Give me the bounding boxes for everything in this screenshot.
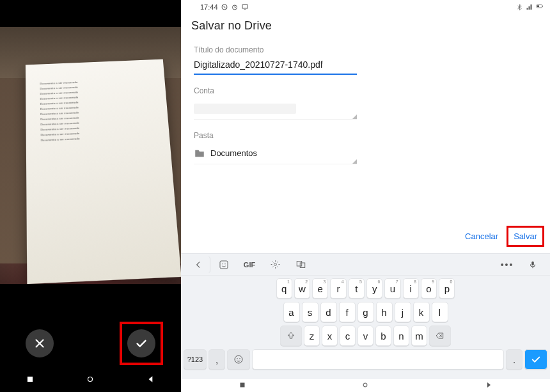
kb-key-e[interactable]: e3 <box>312 278 328 299</box>
kb-key-i[interactable]: i8 <box>403 278 419 299</box>
kb-key-s[interactable]: s <box>302 302 318 322</box>
back-button[interactable] <box>146 375 155 386</box>
kb-key-m[interactable]: m <box>411 325 427 346</box>
kb-key-j[interactable]: j <box>395 302 411 322</box>
kb-mic-button[interactable] <box>521 256 545 273</box>
scanned-paper: Documento a ser escaneado Documento a se… <box>26 59 181 284</box>
recents-button[interactable] <box>26 375 35 386</box>
kb-key-y[interactable]: y6 <box>366 278 382 299</box>
chevron-left-icon <box>194 260 203 269</box>
kb-settings-button[interactable] <box>263 256 287 273</box>
status-bar: 17:44 <box>181 0 550 14</box>
captured-photo: Documento a ser escaneado Documento a se… <box>0 27 181 284</box>
folder-label: Pasta <box>194 131 537 140</box>
android-navbar-left <box>0 369 181 392</box>
svg-point-11 <box>224 263 225 264</box>
svg-point-20 <box>363 383 367 387</box>
kb-key-l[interactable]: l <box>432 302 448 322</box>
close-icon <box>33 336 47 350</box>
kb-key-a[interactable]: a <box>283 302 300 322</box>
gear-icon <box>271 260 280 269</box>
kb-row-4: ?123 , . <box>184 349 547 370</box>
kb-key-h[interactable]: h <box>376 302 393 322</box>
dialog-actions: Cancelar Salvar <box>465 231 538 241</box>
highlight-confirm <box>120 322 163 365</box>
home-button[interactable] <box>86 375 95 386</box>
svg-rect-4 <box>242 5 248 9</box>
save-to-drive-screen: 17:44 Salvar no Drive Título do document… <box>181 0 550 392</box>
svg-point-18 <box>239 358 240 359</box>
android-navbar-right <box>181 379 550 392</box>
kb-enter-key[interactable] <box>524 349 547 370</box>
kb-key-r[interactable]: r4 <box>330 278 346 299</box>
kb-sticker-button[interactable] <box>212 256 236 273</box>
signal-icon <box>526 3 533 11</box>
home-button[interactable] <box>361 380 369 391</box>
cancel-capture-button[interactable] <box>26 329 54 357</box>
kb-shift-key[interactable] <box>280 325 302 346</box>
status-time: 17:44 <box>200 3 218 11</box>
dropdown-corner-icon <box>352 114 357 119</box>
cast-icon <box>241 3 249 11</box>
confirm-capture-button[interactable] <box>127 329 155 357</box>
kb-row-3: zxcvbnm <box>184 325 547 346</box>
svg-point-1 <box>88 377 93 382</box>
translate-icon <box>296 260 306 269</box>
dropdown-corner-icon <box>352 159 357 164</box>
kb-key-o[interactable]: o9 <box>421 278 437 299</box>
kb-row-1: q1w2e3r4t5y6u7i8o9p0 <box>184 278 547 299</box>
kb-space-key[interactable] <box>252 349 504 370</box>
dialog-title: Salvar no Drive <box>181 14 550 42</box>
account-label: Conta <box>194 86 537 95</box>
kb-backspace-key[interactable] <box>429 325 451 346</box>
kb-dot-key[interactable]: . <box>506 349 522 370</box>
doc-title-label: Título do documento <box>194 45 537 54</box>
kb-gif-button[interactable]: GIF <box>237 256 262 273</box>
svg-rect-8 <box>537 5 539 7</box>
kb-key-x[interactable]: x <box>322 325 338 346</box>
kb-key-z[interactable]: z <box>304 325 320 346</box>
back-button[interactable] <box>485 380 492 391</box>
folder-selector[interactable]: Documentos <box>194 143 357 164</box>
kb-spacer <box>314 256 494 273</box>
svg-point-12 <box>274 263 276 266</box>
kb-key-c[interactable]: c <box>340 325 356 346</box>
kb-collapse-button[interactable] <box>186 256 210 273</box>
doc-title-input[interactable] <box>194 57 357 75</box>
svg-rect-14 <box>300 263 305 268</box>
kb-key-n[interactable]: n <box>393 325 409 346</box>
svg-point-10 <box>222 263 223 264</box>
folder-value: Documentos <box>210 148 257 158</box>
kb-key-q[interactable]: q1 <box>276 278 292 299</box>
kb-key-t[interactable]: t5 <box>349 278 365 299</box>
kb-key-b[interactable]: b <box>375 325 391 346</box>
kb-key-u[interactable]: u7 <box>384 278 400 299</box>
alarm-icon <box>231 3 239 11</box>
cancel-button[interactable]: Cancelar <box>465 231 498 241</box>
account-value-redacted <box>194 104 296 114</box>
kb-translate-button[interactable] <box>288 256 313 273</box>
kb-key-p[interactable]: p0 <box>439 278 455 299</box>
svg-rect-13 <box>297 262 302 267</box>
folder-icon <box>194 148 205 159</box>
save-button[interactable]: Salvar <box>514 231 537 241</box>
kb-key-f[interactable]: f <box>339 302 356 322</box>
shift-icon <box>287 331 295 340</box>
backspace-icon <box>435 331 445 340</box>
kb-key-g[interactable]: g <box>358 302 374 322</box>
kb-more-button[interactable]: ••• <box>495 256 519 273</box>
kb-key-w[interactable]: w2 <box>294 278 310 299</box>
kb-key-k[interactable]: k <box>413 302 430 322</box>
recents-button[interactable] <box>239 380 246 391</box>
kb-comma-key[interactable]: , <box>208 349 225 370</box>
kb-symbols-key[interactable]: ?123 <box>184 349 207 370</box>
kb-key-v[interactable]: v <box>358 325 373 346</box>
kb-row-2: asdfghjkl <box>184 302 547 322</box>
svg-rect-7 <box>542 5 543 6</box>
kb-key-d[interactable]: d <box>320 302 337 322</box>
svg-point-16 <box>235 356 242 363</box>
mic-icon <box>528 260 537 269</box>
account-selector[interactable] <box>194 98 357 120</box>
svg-rect-5 <box>244 9 246 10</box>
kb-emoji-key[interactable] <box>227 349 250 370</box>
